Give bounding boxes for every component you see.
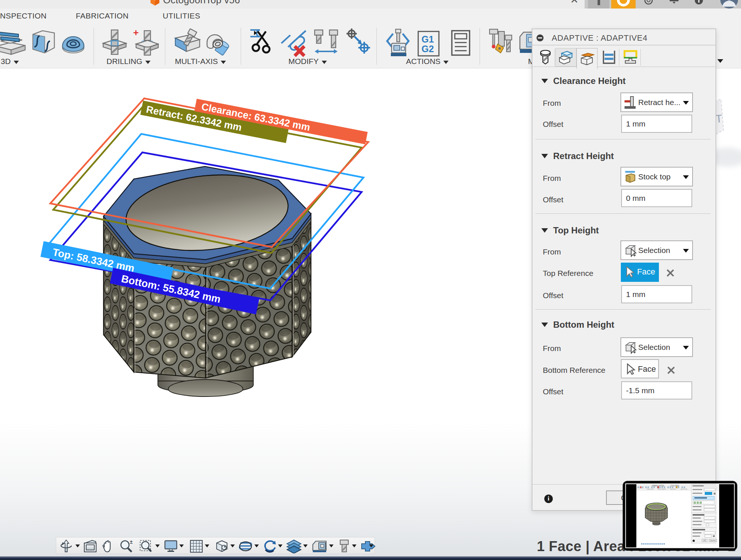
group-modify-label[interactable]: MODIFY — [288, 57, 327, 66]
drill-add-icon[interactable]: + — [132, 28, 159, 57]
tab-fabrication[interactable]: FABRICATION — [76, 11, 129, 20]
dropdown-arrow-icon — [683, 346, 689, 350]
stock-display-dropdown[interactable] — [303, 544, 308, 547]
morphed-spiral-icon[interactable] — [60, 28, 86, 56]
info-icon[interactable]: i — [544, 495, 553, 503]
clearance-from-label: From — [543, 99, 561, 108]
pip-overlay[interactable]: FABRICATION UTILITIES — [623, 481, 737, 551]
swarf-icon[interactable] — [174, 28, 201, 57]
clear-top-reference-icon[interactable] — [666, 269, 674, 277]
bottom-from-combo[interactable]: Selection — [620, 337, 693, 357]
toolbar-separator — [376, 28, 377, 65]
close-icon[interactable]: ✕ — [570, 0, 579, 6]
top-reference-button[interactable]: Face — [621, 263, 659, 282]
tool-display-dropdown[interactable] — [352, 544, 356, 547]
retract-from-combo[interactable]: Stock top — [620, 167, 693, 186]
tool-display-icon[interactable] — [338, 539, 351, 553]
toolbar-separator — [480, 28, 480, 65]
combo-value: Selection — [638, 343, 670, 352]
orbit-icon[interactable] — [59, 539, 73, 553]
linking-move-icon[interactable] — [345, 28, 371, 57]
section-clearance-height[interactable]: Clearance Height — [541, 76, 626, 86]
steep-shallow-icon[interactable] — [31, 28, 56, 56]
user-avatar[interactable] — [720, 0, 738, 9]
section-bottom-height[interactable]: Bottom Height — [541, 320, 614, 330]
adaptive-dialog: ADAPTIVE : ADAPTIVE4 — [532, 28, 716, 511]
sync-status-button[interactable] — [611, 0, 636, 9]
zoom-icon[interactable]: ± — [119, 539, 134, 553]
zoom-window-icon[interactable] — [139, 539, 154, 553]
group-actions-label[interactable]: ACTIONS — [406, 57, 449, 66]
feed-height-icon[interactable] — [312, 28, 340, 57]
job-status-button[interactable] — [588, 0, 609, 9]
group-label-text: DRILLING — [106, 57, 142, 65]
section-retract-height[interactable]: Retract Height — [541, 151, 614, 161]
tab-linking[interactable] — [620, 48, 641, 67]
tab-heights[interactable] — [576, 48, 598, 69]
toolpath-display-icon[interactable] — [238, 539, 253, 553]
look-at-icon[interactable] — [83, 539, 97, 553]
tab-tool[interactable] — [535, 48, 556, 67]
flow-icon[interactable] — [204, 28, 231, 57]
post-nav-dropdown[interactable] — [369, 544, 373, 547]
tab-inspection[interactable]: NSPECTION — [0, 11, 47, 20]
top-offset-field[interactable]: 1 mm — [621, 285, 692, 303]
grid-icon[interactable] — [189, 539, 203, 553]
adaptive-clearing-icon[interactable] — [0, 28, 30, 56]
section-title-text: Top Height — [553, 225, 599, 235]
retract-offset-field[interactable]: 0 mm — [621, 189, 692, 207]
tab-geometry[interactable] — [555, 48, 576, 67]
machine-display-dropdown[interactable] — [329, 544, 334, 547]
setup-sheet-icon[interactable] — [450, 28, 471, 58]
top-from-combo[interactable]: Selection — [620, 240, 693, 260]
simulate-dropdown[interactable] — [278, 544, 282, 547]
sync-icon — [615, 0, 632, 8]
display-settings-dropdown[interactable] — [179, 544, 184, 547]
trim-icon[interactable] — [249, 28, 275, 57]
field-value: 1 mm — [626, 290, 646, 299]
cursor-icon — [625, 266, 636, 279]
delete-passes-icon[interactable] — [280, 28, 308, 57]
g1g2-icon[interactable]: G1 G2 — [417, 28, 440, 58]
simulate-icon[interactable] — [263, 539, 277, 553]
clearance-offset-field[interactable]: 1 mm — [621, 115, 692, 133]
tab-utilities[interactable]: UTILITIES — [163, 11, 200, 20]
group-3d-label[interactable]: 3D — [1, 57, 19, 66]
stock-display-icon[interactable] — [286, 539, 302, 553]
heights-tab-icon — [580, 51, 595, 66]
post-process-icon[interactable] — [386, 28, 412, 58]
clock-icon[interactable] — [644, 0, 653, 5]
bottom-reference-button[interactable]: Face — [621, 359, 659, 378]
collapse-icon[interactable] — [537, 34, 544, 41]
adaptive-dialog-header[interactable]: ADAPTIVE : ADAPTIVE4 — [532, 29, 715, 45]
viewports-icon[interactable] — [214, 539, 229, 553]
svg-text:G1: G1 — [422, 34, 434, 44]
notification-icon[interactable] — [669, 0, 679, 6]
pip-model — [643, 500, 671, 528]
clear-bottom-reference-icon[interactable] — [666, 366, 675, 375]
toolbar-overflow-arrow[interactable] — [717, 59, 723, 63]
group-drilling-label[interactable]: DRILLING — [106, 57, 150, 66]
section-top-height[interactable]: Top Height — [541, 225, 599, 236]
drill-icon[interactable] — [102, 28, 128, 57]
display-settings-icon[interactable] — [163, 539, 178, 553]
dropdown-arrow-icon — [145, 61, 150, 64]
dropdown-arrow-icon — [443, 61, 449, 64]
viewports-dropdown[interactable] — [230, 544, 235, 547]
section-collapse-icon[interactable] — [541, 228, 548, 233]
orbit-dropdown[interactable] — [75, 544, 80, 547]
zoom-window-dropdown[interactable] — [155, 544, 160, 547]
section-collapse-icon[interactable] — [541, 154, 548, 158]
toolpath-display-dropdown[interactable] — [254, 544, 259, 547]
group-multiaxis-label[interactable]: MULTI-AXIS — [175, 57, 226, 66]
machine-display-icon[interactable] — [311, 539, 328, 553]
bottom-offset-field[interactable]: -1.5 mm — [621, 381, 692, 399]
help-icon[interactable] — [694, 0, 704, 5]
tab-passes[interactable] — [598, 48, 619, 67]
grid-dropdown[interactable] — [205, 544, 209, 547]
clearance-from-combo[interactable]: Retract he... — [620, 92, 693, 112]
section-collapse-icon[interactable] — [541, 79, 548, 83]
section-collapse-icon[interactable] — [541, 323, 548, 327]
tool-library-icon[interactable] — [487, 28, 513, 58]
pan-icon[interactable] — [101, 539, 115, 553]
